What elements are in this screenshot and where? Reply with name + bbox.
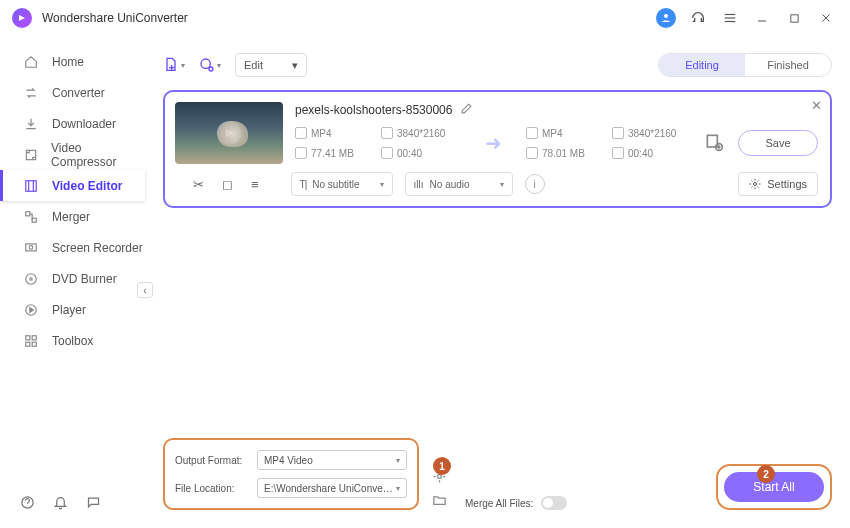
app-logo [12, 8, 32, 28]
editor-icon [22, 179, 40, 193]
svg-point-17 [30, 277, 32, 279]
toolbox-icon [22, 334, 40, 348]
svg-point-15 [29, 245, 33, 249]
sidebar-item-compressor[interactable]: Video Compressor [0, 139, 145, 170]
support-headset-icon[interactable] [686, 6, 710, 30]
sidebar-item-screen-recorder[interactable]: Screen Recorder [0, 232, 145, 263]
help-icon[interactable] [20, 495, 35, 514]
video-thumbnail[interactable] [175, 102, 283, 164]
info-icon[interactable]: i [525, 174, 545, 194]
maximize-button[interactable] [782, 6, 806, 30]
svg-rect-5 [790, 14, 797, 21]
sidebar-item-label: Toolbox [52, 334, 93, 348]
sidebar-item-label: Converter [52, 86, 105, 100]
sidebar-item-toolbox[interactable]: Toolbox [0, 325, 145, 356]
sidebar-item-label: Video Compressor [51, 141, 145, 169]
home-icon [22, 55, 40, 69]
sidebar-item-label: DVD Burner [52, 272, 117, 286]
output-settings-icon[interactable] [704, 132, 726, 154]
user-account-icon[interactable] [654, 6, 678, 30]
add-file-button[interactable]: ▾ [163, 54, 185, 76]
merge-toggle[interactable] [541, 496, 567, 510]
save-button[interactable]: Save [738, 130, 818, 156]
bell-icon[interactable] [53, 495, 68, 514]
app-title: Wondershare UniConverter [42, 11, 188, 25]
output-format-label: Output Format: [175, 455, 251, 466]
sidebar-item-label: Home [52, 55, 84, 69]
open-folder-icon[interactable] [429, 490, 449, 510]
svg-rect-21 [26, 342, 30, 346]
svg-rect-14 [26, 243, 37, 250]
hamburger-menu-icon[interactable] [718, 6, 742, 30]
sidebar-item-downloader[interactable]: Downloader [0, 108, 145, 139]
arrow-right-icon: ➜ [485, 131, 502, 155]
svg-point-16 [26, 273, 37, 284]
compress-icon [22, 148, 39, 162]
feedback-icon[interactable] [86, 495, 101, 514]
svg-rect-25 [169, 67, 174, 68]
svg-rect-13 [32, 218, 36, 222]
sidebar-item-player[interactable]: Player [0, 294, 145, 325]
audio-dropdown[interactable]: ıllıNo audio▾ [405, 172, 513, 196]
sidebar-item-label: Downloader [52, 117, 116, 131]
toolbar: ▾ ▾ Edit ▾ Editing Finished [163, 46, 832, 84]
svg-rect-9 [26, 180, 37, 191]
title-bar: Wondershare UniConverter [0, 0, 850, 36]
sidebar-item-label: Screen Recorder [52, 241, 143, 255]
sidebar-item-converter[interactable]: Converter [0, 77, 145, 108]
sidebar-item-label: Player [52, 303, 86, 317]
svg-rect-20 [32, 335, 36, 339]
svg-point-26 [201, 59, 210, 68]
annotation-badge-1: 1 [433, 457, 451, 475]
svg-rect-19 [26, 335, 30, 339]
edit-dropdown-label: Edit [244, 59, 263, 71]
file-location-dropdown[interactable]: E:\Wondershare UniConverter▾ [257, 478, 407, 498]
main-panel: ▾ ▾ Edit ▾ Editing Finished ✕ [145, 36, 850, 528]
svg-rect-12 [26, 211, 30, 215]
file-name: pexels-koolshooters-8530006 [295, 103, 452, 117]
sidebar: Home Converter Downloader Video Compress… [0, 36, 145, 528]
source-info: MP4 3840*2160 77.41 MB 00:40 [295, 124, 461, 162]
rename-icon[interactable] [460, 102, 473, 118]
svg-point-32 [754, 183, 757, 186]
download-icon [22, 117, 40, 131]
play-icon [217, 121, 241, 145]
output-settings-box: Output Format: MP4 Video▾ File Location:… [163, 438, 419, 510]
sidebar-item-merger[interactable]: Merger [0, 201, 145, 232]
close-window-button[interactable] [814, 6, 838, 30]
sidebar-item-video-editor[interactable]: Video Editor [0, 170, 145, 201]
trim-icon[interactable]: ✂ [193, 177, 204, 192]
target-info: MP4 3840*2160 78.01 MB 00:40 [526, 124, 692, 162]
crop-icon[interactable]: ◻ [222, 177, 233, 192]
edit-dropdown[interactable]: Edit ▾ [235, 53, 307, 77]
tab-editing[interactable]: Editing [659, 54, 745, 76]
merge-all-row: Merge All Files: [465, 496, 567, 510]
file-card: ✕ pexels-koolshooters-8530006 MP4 3840*2… [163, 90, 832, 208]
settings-button[interactable]: Settings [738, 172, 818, 196]
collapse-sidebar-button[interactable]: ‹ [137, 282, 153, 298]
sidebar-item-dvd-burner[interactable]: DVD Burner [0, 263, 145, 294]
add-folder-button[interactable]: ▾ [199, 54, 221, 76]
annotation-badge-2: 2 [757, 465, 775, 483]
svg-rect-8 [26, 150, 35, 159]
player-icon [22, 303, 40, 317]
recorder-icon [22, 241, 40, 255]
svg-point-0 [664, 14, 668, 18]
bottom-bar: Output Format: MP4 Video▾ File Location:… [163, 438, 832, 514]
more-actions-icon[interactable]: ≡ [251, 177, 259, 192]
output-format-dropdown[interactable]: MP4 Video▾ [257, 450, 407, 470]
status-tabs: Editing Finished [658, 53, 832, 77]
svg-rect-22 [32, 342, 36, 346]
merge-label: Merge All Files: [465, 498, 533, 509]
merger-icon [22, 210, 40, 224]
sidebar-item-label: Merger [52, 210, 90, 224]
subtitle-dropdown[interactable]: T|No subtitle▾ [291, 172, 393, 196]
sidebar-item-label: Video Editor [52, 179, 122, 193]
remove-file-button[interactable]: ✕ [811, 98, 822, 113]
minimize-button[interactable] [750, 6, 774, 30]
dvd-icon [22, 272, 40, 286]
converter-icon [22, 86, 40, 100]
tab-finished[interactable]: Finished [745, 54, 831, 76]
chevron-down-icon: ▾ [292, 59, 298, 72]
sidebar-item-home[interactable]: Home [0, 46, 145, 77]
